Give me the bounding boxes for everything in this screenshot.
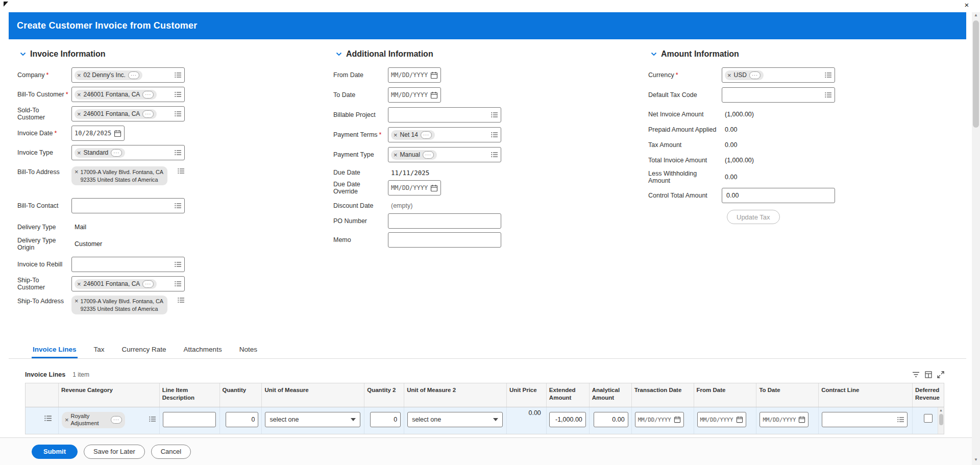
related-actions-icon[interactable]: ··· [749,71,761,79]
remove-icon[interactable]: × [77,281,81,287]
prompt-icon[interactable] [895,417,904,423]
related-actions-icon[interactable]: ··· [111,416,122,424]
invoice-type-field[interactable]: ×Standard··· [71,145,185,160]
transaction-date-field[interactable]: MM/DD/YYYY [635,412,684,427]
cancel-button[interactable]: Cancel [151,445,191,459]
due-date-override-field[interactable]: MM/DD/YYYY [388,180,441,195]
grid-view-icon[interactable] [925,371,932,378]
tab-tax[interactable]: Tax [93,342,106,358]
chevron-down-icon[interactable] [651,52,657,56]
prompt-icon[interactable] [173,91,182,97]
calendar-icon[interactable] [736,416,743,423]
scrollbar-down-arrow[interactable]: ▼ [972,456,980,464]
prompt-icon[interactable] [173,111,182,117]
remove-icon[interactable]: × [727,72,731,79]
calendar-icon[interactable] [114,130,121,137]
scrollbar-thumb[interactable] [973,20,979,128]
page-scrollbar[interactable]: ▲ ▼ [972,10,980,465]
bill-to-customer-field[interactable]: ×246001 Fontana, CA··· [71,87,185,102]
prompt-icon[interactable] [176,168,185,174]
related-actions-icon[interactable]: ··· [111,149,122,157]
sold-to-customer-field[interactable]: ×246001 Fontana, CA··· [71,106,185,121]
calendar-icon[interactable] [430,71,438,79]
related-actions-icon[interactable]: ··· [421,131,432,139]
chevron-down-icon[interactable] [20,52,26,56]
control-total-amount-input[interactable] [722,188,835,203]
row-to-date-field[interactable]: MM/DD/YYYY [760,412,808,427]
quantity-input[interactable] [226,412,258,427]
deferred-revenue-checkbox[interactable] [924,414,933,423]
remove-icon[interactable]: × [77,111,81,117]
section-header-additional-information[interactable]: Additional Information [333,49,627,59]
from-date-field[interactable]: MM/DD/YYYY [388,67,441,83]
filter-icon[interactable] [912,371,920,378]
prompt-icon[interactable] [147,416,156,422]
remove-icon[interactable]: × [77,72,81,79]
calendar-icon[interactable] [430,184,438,192]
related-actions-icon[interactable]: ··· [142,91,154,99]
prompt-icon[interactable] [173,281,182,287]
currency-field[interactable]: ×USD··· [722,67,835,83]
calendar-icon[interactable] [430,91,438,99]
related-actions-icon[interactable]: ··· [128,71,139,79]
extended-amount-input[interactable] [549,412,586,427]
remove-icon[interactable]: × [77,150,81,156]
save-for-later-button[interactable]: Save for Later [84,445,145,459]
payment-terms-field[interactable]: ×Net 14··· [388,127,501,142]
ship-to-address-field[interactable]: ×17009-A Valley Blvd. Fontana, CA 92335 … [71,296,185,314]
related-actions-icon[interactable]: ··· [142,280,154,288]
prompt-icon[interactable] [489,152,498,158]
related-actions-icon[interactable]: ··· [142,110,154,118]
prompt-icon[interactable] [173,203,182,209]
prompt-icon[interactable] [173,150,182,156]
contract-line-field[interactable] [822,412,908,427]
prompt-icon[interactable] [489,132,498,138]
prompt-icon[interactable] [173,72,182,78]
invoice-to-rebill-field[interactable] [71,257,185,272]
to-date-field[interactable]: MM/DD/YYYY [388,87,441,103]
scrollbar-up-arrow[interactable]: ▲ [972,11,980,19]
section-header-invoice-information[interactable]: Invoice Information [17,49,311,59]
payment-type-field[interactable]: ×Manual··· [388,147,501,162]
remove-icon[interactable]: × [77,91,81,98]
grid-scrollbar-up-arrow[interactable]: ▲ [938,407,944,413]
tab-notes[interactable]: Notes [238,342,258,358]
tab-currency-rate[interactable]: Currency Rate [121,342,167,358]
company-field[interactable]: ×02 Denny's Inc.··· [71,67,185,83]
bill-to-address-field[interactable]: ×17009-A Valley Blvd. Fontana, CA 92335 … [71,166,185,185]
unit-of-measure-select[interactable]: select one [265,412,360,427]
ship-to-customer-field[interactable]: ×246001 Fontana, CA··· [71,276,185,291]
row-menu-icon[interactable] [44,415,52,422]
po-number-input[interactable] [388,213,501,229]
section-header-amount-information[interactable]: Amount Information [648,49,942,59]
unit-of-measure-2-select[interactable]: select one [407,412,503,427]
bill-to-contact-field[interactable] [71,198,185,213]
memo-input[interactable] [388,232,501,248]
chevron-down-icon[interactable] [336,52,342,56]
prompt-icon[interactable] [823,72,832,78]
submit-button[interactable]: Submit [32,445,78,459]
grid-scrollbar[interactable]: ▲ [938,407,944,434]
row-from-date-field[interactable]: MM/DD/YYYY [697,412,746,427]
analytical-amount-input[interactable] [594,412,628,427]
related-actions-icon[interactable]: ··· [423,151,434,159]
prompt-icon[interactable] [176,297,185,303]
tab-attachments[interactable]: Attachments [183,342,223,358]
prompt-icon[interactable] [823,92,832,98]
remove-icon[interactable]: × [75,298,79,312]
close-icon[interactable]: × [963,1,971,10]
default-tax-code-field[interactable] [722,87,835,103]
calendar-icon[interactable] [798,416,805,423]
invoice-date-field[interactable]: 10/28/2025 [71,126,125,141]
remove-icon[interactable]: × [65,417,69,423]
remove-icon[interactable]: × [75,168,79,183]
quantity-2-input[interactable] [370,412,401,427]
line-item-description-input[interactable] [163,412,216,427]
calendar-icon[interactable] [674,416,681,423]
remove-icon[interactable]: × [394,152,398,158]
update-tax-button[interactable]: Update Tax [727,210,780,224]
prompt-icon[interactable] [173,261,182,267]
expand-icon[interactable] [937,371,944,378]
remove-icon[interactable]: × [394,132,398,138]
grid-scrollbar-thumb[interactable] [939,414,943,425]
